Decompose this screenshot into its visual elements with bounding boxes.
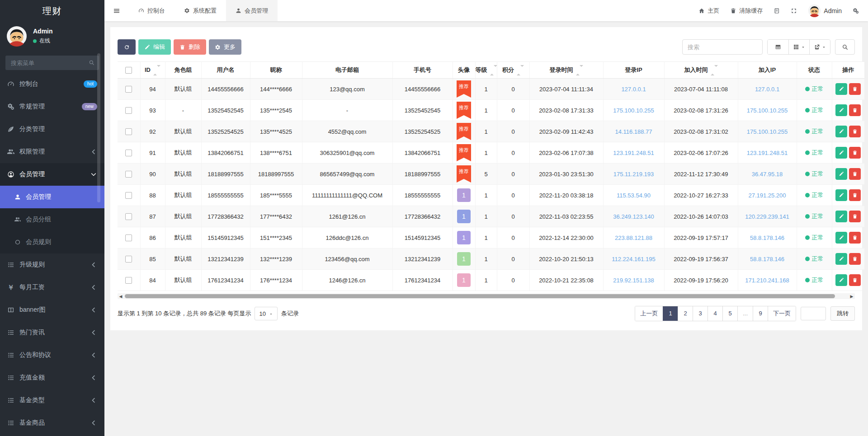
sidebar-subitem[interactable]: 会员分组 — [0, 208, 104, 231]
row-delete-button[interactable] — [849, 126, 861, 137]
row-delete-button[interactable] — [849, 147, 861, 159]
sidebar-item[interactable]: 会员管理 — [0, 163, 104, 186]
column-header[interactable]: 加入IP — [738, 62, 797, 79]
sidebar-item[interactable]: 充值金额 — [0, 366, 104, 389]
row-checkbox[interactable] — [125, 234, 132, 241]
row-edit-button[interactable] — [835, 126, 847, 137]
settings-button[interactable] — [853, 8, 859, 14]
column-header[interactable]: ID — [140, 62, 165, 79]
more-button[interactable]: 更多 — [209, 39, 241, 55]
scrollbar-track[interactable] — [124, 294, 849, 299]
sidebar-item[interactable]: 基金类型 — [0, 389, 104, 412]
scroll-left-arrow[interactable]: ◀ — [118, 294, 124, 299]
column-header[interactable]: 等级 — [475, 62, 497, 79]
join-ip-link[interactable]: 175.100.10.255 — [747, 107, 788, 114]
sidebar-item[interactable]: ￥每月工资 — [0, 276, 104, 299]
login-ip-link[interactable]: 175.100.10.255 — [613, 107, 654, 114]
sidebar-subitem[interactable]: 会员管理 — [0, 186, 104, 208]
row-checkbox[interactable] — [125, 213, 132, 220]
sidebar-item[interactable]: 基金商品 — [0, 412, 104, 434]
refresh-button[interactable] — [118, 39, 136, 55]
column-header[interactable]: 状态 — [797, 62, 832, 79]
topnav-tab[interactable]: 会员管理 — [226, 0, 278, 21]
join-ip-link[interactable]: 171.210.241.168 — [745, 277, 789, 284]
login-ip-link[interactable]: 115.53.54.90 — [617, 192, 651, 199]
row-edit-button[interactable] — [835, 253, 847, 265]
row-delete-button[interactable] — [849, 274, 861, 286]
sidebar-item[interactable]: banner图 — [0, 299, 104, 321]
page-button[interactable]: 1 — [663, 306, 678, 321]
column-header[interactable]: 操作 — [832, 62, 864, 79]
docs-button[interactable] — [774, 8, 780, 14]
login-ip-link[interactable]: 123.191.248.51 — [613, 150, 654, 156]
login-ip-link[interactable]: 175.11.219.193 — [613, 171, 654, 178]
table-search-input[interactable] — [682, 39, 763, 55]
join-ip-link[interactable]: 127.0.0.1 — [755, 86, 779, 93]
page-button[interactable]: 3 — [693, 306, 708, 321]
sidebar-item[interactable]: 控制台hot — [0, 73, 104, 95]
column-header[interactable]: 角色组 — [165, 62, 201, 79]
scroll-right-arrow[interactable]: ▶ — [849, 294, 855, 299]
column-header[interactable]: 积分 — [497, 62, 529, 79]
topnav-tab[interactable]: 控制台 — [129, 0, 175, 21]
scrollbar-thumb[interactable] — [125, 294, 835, 298]
row-delete-button[interactable] — [849, 189, 861, 201]
sidebar-item[interactable]: 常规管理new — [0, 95, 104, 118]
login-ip-link[interactable]: 14.116.188.77 — [615, 128, 652, 135]
edit-button[interactable]: 编辑 — [138, 39, 171, 55]
row-edit-button[interactable] — [835, 232, 847, 244]
login-ip-link[interactable]: 112.224.161.195 — [612, 256, 656, 263]
user-avatar[interactable] — [6, 26, 27, 47]
clear-cache-link[interactable]: 清除缓存 — [730, 7, 763, 15]
column-header[interactable]: 昵称 — [250, 62, 302, 79]
fullscreen-button[interactable] — [791, 8, 797, 14]
jump-button[interactable]: 跳转 — [830, 306, 855, 321]
join-ip-link[interactable]: 58.8.178.146 — [750, 256, 784, 263]
delete-button[interactable]: 删除 — [174, 39, 206, 55]
login-ip-link[interactable]: 219.92.151.138 — [613, 277, 654, 284]
row-edit-button[interactable] — [835, 211, 847, 222]
page-button[interactable]: 9 — [753, 306, 768, 321]
row-edit-button[interactable] — [835, 168, 847, 180]
row-checkbox[interactable] — [125, 256, 132, 263]
sidebar-subitem[interactable]: 会员规则 — [0, 231, 104, 253]
join-ip-link[interactable]: 175.100.10.255 — [747, 128, 788, 135]
jump-page-input[interactable] — [801, 307, 826, 320]
sidebar-toggle-button[interactable] — [104, 0, 129, 21]
page-button[interactable]: 2 — [678, 306, 693, 321]
row-edit-button[interactable] — [835, 189, 847, 201]
admin-menu[interactable]: Admin — [808, 4, 842, 17]
row-edit-button[interactable] — [835, 104, 847, 116]
join-ip-link[interactable]: 120.229.239.141 — [745, 213, 789, 220]
export-button[interactable] — [809, 40, 830, 54]
row-checkbox[interactable] — [125, 107, 132, 114]
row-checkbox[interactable] — [125, 86, 132, 93]
row-delete-button[interactable] — [849, 253, 861, 265]
row-checkbox[interactable] — [125, 150, 132, 156]
column-header[interactable]: 头像 — [453, 62, 475, 79]
column-header[interactable]: 加入时间 — [664, 62, 738, 79]
page-button[interactable]: 5 — [722, 306, 737, 321]
columns-toggle-button[interactable] — [788, 40, 809, 54]
login-ip-link[interactable]: 36.249.123.140 — [613, 213, 654, 220]
column-header[interactable]: 登录时间 — [529, 62, 603, 79]
join-ip-link[interactable]: 123.191.248.51 — [747, 150, 788, 156]
select-all-checkbox[interactable] — [125, 67, 132, 74]
row-checkbox[interactable] — [125, 128, 132, 135]
search-submit-button[interactable] — [835, 39, 855, 55]
row-delete-button[interactable] — [849, 104, 861, 116]
column-header[interactable]: 电子邮箱 — [302, 62, 392, 79]
column-header[interactable]: 用户名 — [201, 62, 250, 79]
login-ip-link[interactable]: 223.88.121.88 — [615, 234, 652, 241]
sidebar-scrollbar[interactable] — [97, 53, 100, 202]
page-size-dropdown[interactable]: 10 — [255, 307, 277, 320]
row-delete-button[interactable] — [849, 168, 861, 180]
row-checkbox[interactable] — [125, 171, 132, 178]
detail-view-button[interactable] — [768, 40, 788, 54]
row-checkbox[interactable] — [125, 192, 132, 199]
row-edit-button[interactable] — [835, 274, 847, 286]
login-ip-link[interactable]: 127.0.0.1 — [621, 86, 646, 93]
column-header[interactable]: 手机号 — [392, 62, 453, 79]
page-button[interactable]: 上一页 — [635, 306, 663, 321]
column-header[interactable]: 登录IP — [603, 62, 664, 79]
